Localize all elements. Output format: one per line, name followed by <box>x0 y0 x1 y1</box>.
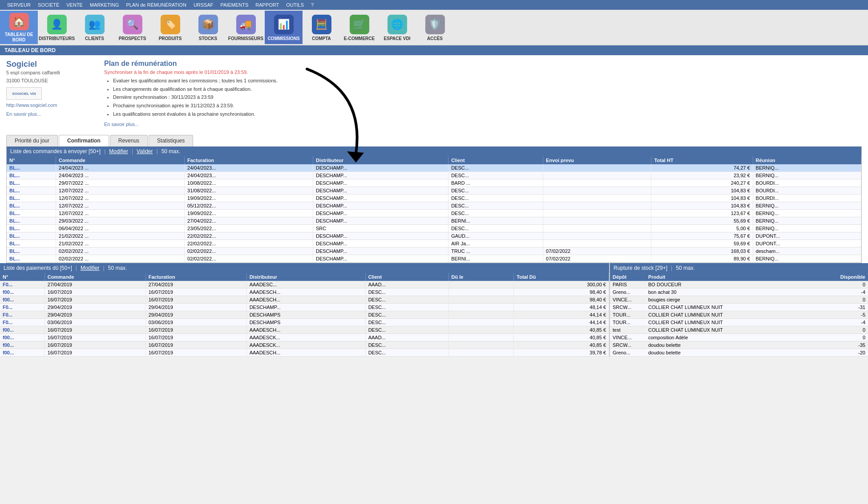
pay-commande: 27/04/2019 <box>44 281 145 289</box>
cmd-total: 59,69 € <box>651 240 753 248</box>
cmd-reunion: DUPONT... <box>753 240 861 248</box>
table-row[interactable]: BL... 06/04/2022 ... 23/05/2022... SRC D… <box>7 225 861 232</box>
cmd-facturation: 22/02/2022... <box>185 240 313 248</box>
menu-outils[interactable]: OUTILS <box>283 2 307 8</box>
paiements-table-wrapper[interactable]: N° Commande Facturation Distributeur Cli… <box>0 273 609 357</box>
table-row[interactable]: F0... 27/04/2019 27/04/2019 AAADESC... A… <box>0 281 609 289</box>
tab-confirmation[interactable]: Confirmation <box>59 135 109 146</box>
stock-header: Rupture de stock [29+] | 50 max. <box>610 263 868 273</box>
toolbar-btn-produits[interactable]: 🏷️ PRODUITS <box>151 11 189 44</box>
stock-col-disponible: Disponible <box>832 273 868 281</box>
company-url[interactable]: http://www.sogiciel.com <box>6 102 95 108</box>
toolbar-btn-fournisseurs[interactable]: 🚚 FOURNISSEURS <box>227 11 265 44</box>
pay-du <box>448 334 514 341</box>
toolbar-btn-compta[interactable]: 🧮 COMPTA <box>303 11 340 44</box>
table-row[interactable]: BL... 29/03/2022 ... 27/04/2022... DESCH… <box>7 217 861 225</box>
menu-serveur[interactable]: SERVEUR <box>4 2 34 8</box>
tab-priorite[interactable]: Priorité du jour <box>6 135 58 146</box>
table-row[interactable]: F0... 29/04/2019 29/04/2019 DESCHAMP... … <box>0 304 609 311</box>
company-en-savoir[interactable]: En savoir plus... <box>6 111 95 117</box>
menu-marketing[interactable]: MARKETING <box>86 2 122 8</box>
cmd-envoi <box>543 210 651 217</box>
cmd-client: BARD ... <box>448 179 543 187</box>
menu-paiements[interactable]: PAIEMENTS <box>217 2 252 8</box>
toolbar-btn-prospects[interactable]: 🔍 PROSPECTS <box>113 11 151 44</box>
stock-table-wrapper[interactable]: Dépôt Produit Disponible PARIS BO DOUCEU… <box>610 273 868 357</box>
table-row[interactable]: PARIS BO DOUCEUR 0 <box>610 281 868 289</box>
menu-vente[interactable]: VENTE <box>63 2 86 8</box>
toolbar-btn-distributeurs[interactable]: 👤 DISTRIBUTEURS <box>38 11 76 44</box>
table-row[interactable]: VINCE... composition Adèle 0 <box>610 334 868 341</box>
table-row[interactable]: f00... 16/07/2019 16/07/2019 AAADESCH...… <box>0 296 609 304</box>
cmd-total: 75,67 € <box>651 232 753 240</box>
table-row[interactable]: BL... 02/02/2022 ... 02/02/2022... DESCH… <box>7 255 861 263</box>
table-row[interactable]: SRCW... doudou belette -35 <box>610 341 868 349</box>
menu-help[interactable]: ? <box>307 2 317 8</box>
paiements-max: 50 max. <box>108 265 127 271</box>
table-row[interactable]: BL... 24/04/2023 ... 24/04/2023... DESCH… <box>7 172 861 179</box>
toolbar-btn-espace-vdi[interactable]: 🌐 ESPACE VDI <box>378 11 416 44</box>
toolbar-btn-commissions[interactable]: 📊 COMMISSIONS <box>265 11 303 44</box>
toolbar-btn-acces[interactable]: 🛡️ ACCÈS <box>416 11 454 44</box>
table-row[interactable]: Greno... doudou belette -20 <box>610 349 868 357</box>
toolbar-btn-ecommerce[interactable]: 🛒 E-COMMERCE <box>340 11 378 44</box>
cmd-total: 89,90 € <box>651 255 753 263</box>
commandes-table-wrapper[interactable]: N° Commande Facturation Distributeur Cli… <box>7 156 861 263</box>
pay-facturation: 03/06/2019 <box>145 319 246 326</box>
stock-title: Rupture de stock [29+] <box>614 265 667 271</box>
cmd-n: BL... <box>7 210 56 217</box>
table-row[interactable]: BL... 21/02/2022 ... 22/02/2022... DESCH… <box>7 240 861 248</box>
table-row[interactable]: VINCE... bougies cierge 0 <box>610 296 868 304</box>
toolbar-btn-tableau-bord[interactable]: 🏠 TABLEAU DE BORD <box>0 11 38 44</box>
table-row[interactable]: f00... 16/07/2019 16/07/2019 AAADESCH...… <box>0 289 609 296</box>
cmd-distributeur: DESCHAMP... <box>313 240 448 248</box>
table-row[interactable]: f00... 16/07/2019 16/07/2019 AAADESCH...… <box>0 349 609 357</box>
stock-col-depot: Dépôt <box>610 273 646 281</box>
menu-rapport[interactable]: RAPPORT <box>252 2 283 8</box>
table-row[interactable]: BL... 12/07/2022 ... 31/08/2022... DESCH… <box>7 187 861 195</box>
pay-du <box>448 304 514 311</box>
table-row[interactable]: SRCW... COLLIER CHAT LUMINEUX NUIT -31 <box>610 304 868 311</box>
stock-disponible: 0 <box>832 334 868 341</box>
pay-total: 40,85 € <box>514 326 609 334</box>
stock-disponible: 0 <box>832 296 868 304</box>
menu-plan-remuneration[interactable]: PLAN de RÉMUNÉRATION <box>122 2 190 8</box>
table-row[interactable]: F0... 29/04/2019 29/04/2019 DESCHAMPS DE… <box>0 311 609 319</box>
table-row[interactable]: f00... 16/07/2019 16/07/2019 AAADESCK...… <box>0 334 609 341</box>
menu-urssaf[interactable]: URSSAF <box>190 2 217 8</box>
table-row[interactable]: F0... 03/06/2019 03/06/2019 DESCHAMPS DE… <box>0 319 609 326</box>
table-row[interactable]: TOUR... COLLIER CHAT LUMINEUX NUIT -4 <box>610 319 868 326</box>
cmd-n: BL... <box>7 164 56 172</box>
table-row[interactable]: Greno... bon achat 30 -4 <box>610 289 868 296</box>
pay-n: f00... <box>0 326 44 334</box>
commandes-valider-btn[interactable]: Valider <box>137 148 153 154</box>
acces-icon: 🛡️ <box>425 15 445 34</box>
table-row[interactable]: BL... 12/07/2022 ... 05/12/2022... DESCH… <box>7 202 861 210</box>
table-row[interactable]: f00... 16/07/2019 16/07/2019 AAADESCH...… <box>0 326 609 334</box>
cmd-facturation: 02/02/2022... <box>185 255 313 263</box>
menu-societe[interactable]: SOCIÉTÉ <box>34 2 63 8</box>
cmd-reunion: BERNIQ... <box>753 164 861 172</box>
pay-n: F0... <box>0 319 44 326</box>
table-row[interactable]: BL... 12/07/2022 ... 19/09/2022... DESCH… <box>7 210 861 217</box>
stock-disponible: -4 <box>832 319 868 326</box>
cmd-distributeur: DESCHAMP... <box>313 248 448 255</box>
table-row[interactable]: BL... 24/04/2023 ... 24/04/2023... DESCH… <box>7 164 861 172</box>
table-row[interactable]: BL... 29/07/2022 ... 10/08/2022... DESCH… <box>7 179 861 187</box>
tab-statistiques[interactable]: Statistiques <box>149 135 193 146</box>
plan-en-savoir[interactable]: En savoir plus... <box>104 122 862 127</box>
pay-facturation: 16/07/2019 <box>145 326 246 334</box>
commandes-modifier-btn[interactable]: Modifier <box>109 148 128 154</box>
commissions-icon: 📊 <box>274 15 294 34</box>
table-row[interactable]: f00... 16/07/2019 16/07/2019 AAADESCK...… <box>0 341 609 349</box>
table-row[interactable]: BL... 02/02/2022 ... 02/02/2022... DESCH… <box>7 248 861 255</box>
toolbar-btn-stocks[interactable]: 📦 STOCKS <box>189 11 227 44</box>
table-row[interactable]: test COLLIER CHAT LUMINEUX NUIT 0 <box>610 326 868 334</box>
paiements-modifier-btn[interactable]: Modifier <box>81 265 100 271</box>
tab-revenus[interactable]: Revenus <box>110 135 148 146</box>
table-row[interactable]: TOUR... COLLIER CHAT LUMINEUX NUIT -5 <box>610 311 868 319</box>
toolbar-btn-clients[interactable]: 👥 CLIENTS <box>76 11 113 44</box>
pay-distributeur: AAADESCH... <box>246 289 365 296</box>
table-row[interactable]: BL... 21/02/2022 ... 22/02/2022... DESCH… <box>7 232 861 240</box>
table-row[interactable]: BL... 12/07/2022 ... 19/09/2022... DESCH… <box>7 195 861 202</box>
